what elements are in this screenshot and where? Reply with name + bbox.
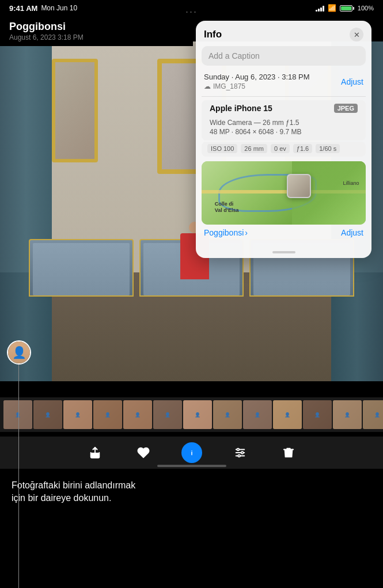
caption-line2: için bir daireye dokunun.: [12, 492, 371, 504]
info-panel-title: Info: [204, 29, 222, 40]
film-thumb[interactable]: 👤: [303, 400, 332, 429]
caption-input-field[interactable]: Add a Caption: [202, 46, 366, 66]
adjust-button[interactable]: [230, 442, 251, 463]
info-device-row: Apple iPhone 15 JPEG: [202, 100, 366, 116]
top-menu-dots[interactable]: ···: [185, 6, 198, 18]
cloud-icon: ☁: [204, 82, 211, 90]
exif-ev: 0 ev: [271, 144, 290, 153]
face-line: [18, 365, 19, 588]
info-button[interactable]: [181, 442, 202, 463]
map-pin-image: [288, 175, 310, 197]
film-thumb[interactable]: 👤: [123, 400, 152, 429]
info-camera-row: Wide Camera — 26 mm ƒ1.5 48 MP · 8064 × …: [202, 116, 366, 141]
film-thumb[interactable]: 👤: [93, 400, 122, 429]
drag-bar: [272, 251, 295, 253]
trash-button[interactable]: [278, 442, 299, 463]
info-meta-row: Sunday · Aug 6, 2023 · 3:18 PM ☁ IMG_187…: [196, 70, 371, 93]
film-thumb[interactable]: 👤: [33, 400, 62, 429]
face-badge[interactable]: 👤: [7, 340, 31, 365]
film-thumb[interactable]: 👤: [3, 400, 32, 429]
info-datetime: Sunday · Aug 6, 2023 · 3:18 PM: [204, 73, 310, 81]
map-adjust-link[interactable]: Adjust: [341, 228, 363, 237]
heart-button[interactable]: [133, 442, 154, 463]
film-strip[interactable]: 👤👤👤👤👤👤👤👤👤👤👤👤👤👤👤👤👤👤👤👤👤👤👤👤👤👤👤👤: [0, 397, 383, 432]
exif-aperture: ƒ1.6: [293, 144, 312, 153]
caption-area: Fotoğraftaki birini adlandırmak için bir…: [0, 472, 383, 512]
photo-subtitle: August 6, 2023 3:18 PM: [9, 33, 184, 41]
info-panel: Info ✕ Add a Caption Sunday · Aug 6, 202…: [196, 21, 371, 258]
exif-iso: ISO 100: [207, 144, 237, 153]
signal-icon: [316, 5, 324, 12]
photo-title: Poggibonsi: [9, 21, 184, 33]
info-filename: ☁ IMG_1875: [204, 82, 310, 90]
share-button[interactable]: [85, 442, 105, 463]
exif-shutter: 1/60 s: [316, 144, 340, 153]
location-link[interactable]: Poggibonsi ›: [204, 228, 248, 237]
photo-header: Poggibonsi August 6, 2023 3:18 PM: [0, 16, 193, 46]
info-adjust-link[interactable]: Adjust: [341, 77, 363, 86]
info-meta-left: Sunday · Aug 6, 2023 · 3:18 PM ☁ IMG_187…: [204, 73, 310, 90]
film-thumb[interactable]: 👤: [363, 400, 383, 429]
map-pin: [287, 174, 311, 198]
status-time: 9:41 AM: [9, 4, 37, 13]
film-thumb[interactable]: 👤: [273, 400, 302, 429]
map-background: Colle di Val d'Elsa Lilliano: [202, 161, 366, 225]
info-panel-header: Info ✕: [196, 21, 371, 46]
info-camera-details: 48 MP · 8064 × 6048 · 9.7 MB: [210, 128, 358, 136]
info-divider-1: [202, 96, 366, 97]
film-thumb[interactable]: 👤: [63, 400, 92, 429]
info-camera-desc: Wide Camera — 26 mm ƒ1.5: [210, 119, 358, 127]
film-thumb[interactable]: 👤: [213, 400, 242, 429]
mirror-left: [52, 59, 98, 162]
film-thumb[interactable]: 👤: [243, 400, 272, 429]
home-indicator: [157, 465, 226, 467]
info-map-bottom: Poggibonsi › Adjust: [196, 225, 371, 242]
svg-point-7: [237, 449, 239, 451]
battery-icon: [340, 5, 354, 12]
info-close-button[interactable]: ✕: [350, 28, 363, 41]
wifi-icon: 📶: [328, 4, 336, 12]
film-thumb[interactable]: 👤: [183, 400, 212, 429]
sofa-left: [29, 239, 134, 297]
curtain-left: [0, 41, 52, 381]
map-town-label: Colle di Val d'Elsa: [215, 200, 239, 213]
jpeg-badge: JPEG: [334, 104, 358, 113]
caption-line1: Fotoğraftaki birini adlandırmak: [12, 479, 371, 492]
film-thumb[interactable]: 👤: [153, 400, 182, 429]
info-map[interactable]: Colle di Val d'Elsa Lilliano: [202, 161, 366, 225]
info-device-name: Apple iPhone 15: [210, 104, 272, 113]
status-date: Mon Jun 10: [41, 4, 77, 12]
info-drag-handle: [196, 242, 371, 258]
map-right-label: Lilliano: [343, 180, 359, 186]
svg-point-9: [238, 455, 240, 457]
bottom-toolbar: [0, 437, 383, 469]
exif-mm: 26 mm: [241, 144, 267, 153]
film-thumb[interactable]: 👤: [333, 400, 362, 429]
info-exif-row: ISO 100 26 mm 0 ev ƒ1.6 1/60 s: [202, 142, 366, 157]
battery-percent: 100%: [358, 5, 374, 12]
svg-point-8: [241, 452, 243, 454]
face-icon: 👤: [8, 342, 30, 363]
status-icons: 📶 100%: [316, 4, 374, 12]
